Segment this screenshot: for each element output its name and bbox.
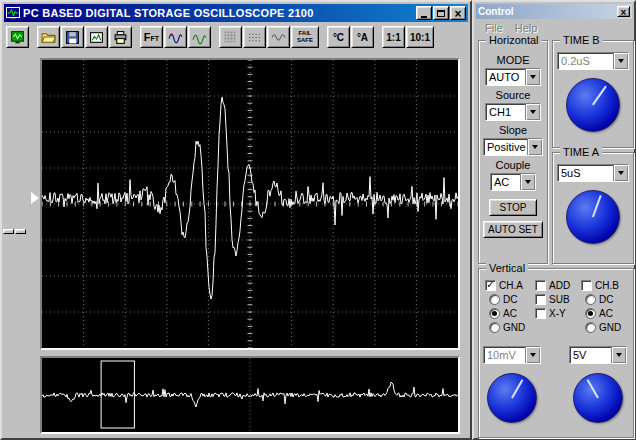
dropdown-arrow-icon[interactable] [611, 347, 626, 363]
probe-10x-button[interactable]: 10:1 [406, 26, 434, 48]
vertical-group-label: Vertical [486, 262, 528, 274]
scope-overview-display[interactable] [40, 356, 460, 434]
app-icon [6, 6, 20, 20]
control-window: Control File Help Horizontal MODE AUTO S… [472, 0, 636, 440]
cha-dc-radio[interactable] [489, 294, 500, 305]
auto-set-button[interactable]: AUTO SET [483, 221, 543, 238]
position-slider-a[interactable] [3, 229, 14, 234]
add-label: ADD [549, 280, 570, 291]
run-button[interactable] [6, 26, 29, 48]
chb-gnd-radio[interactable] [585, 322, 596, 333]
maximize-button[interactable] [433, 6, 449, 20]
printer-icon [113, 30, 128, 45]
control-close-button[interactable] [617, 6, 630, 17]
overview-trace [42, 358, 458, 432]
mode-label: MODE [497, 54, 530, 67]
fft-button[interactable]: FFT [140, 26, 163, 48]
main-trace [42, 60, 458, 348]
dotted-lines-icon [247, 30, 262, 45]
chb-volts-combobox[interactable]: 5V [569, 346, 627, 364]
cha-volts-knob[interactable] [487, 373, 537, 423]
fft-label: FFT [144, 32, 159, 42]
celsius-button[interactable]: °C [327, 26, 350, 48]
main-toolbar: FFT [6, 24, 468, 50]
mode-combobox[interactable]: AUTO [485, 68, 541, 86]
menu-file[interactable]: File [480, 22, 508, 34]
time-a-knob[interactable] [566, 190, 620, 244]
failsafe-button[interactable]: FAIL SAFE [291, 26, 319, 48]
time-b-combobox[interactable]: 0.2uS [557, 52, 629, 70]
stop-button[interactable]: STOP [489, 199, 537, 216]
mode-value: AUTO [486, 69, 525, 85]
arrow-down-icon [530, 353, 536, 357]
control-menubar: File Help [476, 20, 632, 35]
arrow-down-icon [618, 171, 624, 175]
sub-checkbox[interactable] [535, 294, 546, 305]
arrow-down-icon [530, 75, 536, 79]
add-checkbox[interactable] [535, 280, 546, 291]
cha-gnd-label: GND [503, 322, 525, 333]
scope-main-display[interactable] [40, 58, 460, 350]
trigger-marker-icon[interactable] [31, 192, 39, 204]
couple-value: AC [491, 174, 520, 190]
time-b-group: TIME B 0.2uS [552, 40, 634, 148]
chb-ac-radio[interactable] [585, 308, 596, 319]
chb-checkbox[interactable] [581, 280, 592, 291]
control-title: Control [478, 6, 617, 17]
single-capture-button[interactable] [164, 26, 187, 48]
position-slider-b[interactable] [15, 229, 26, 234]
floppy-icon [65, 30, 80, 45]
probe-1x-button[interactable]: 1:1 [382, 26, 405, 48]
dropdown-arrow-icon[interactable] [525, 104, 540, 120]
open-button[interactable] [37, 26, 60, 48]
probe-10x-label: 10:1 [410, 32, 430, 43]
cha-gnd-radio[interactable] [489, 322, 500, 333]
sub-label: SUB [549, 294, 570, 305]
run-icon [10, 30, 25, 45]
failsafe-label-2: SAFE [297, 37, 313, 44]
vertical-group: Vertical CH.A DC AC GND ADD SUB X-Y CH.B… [478, 268, 634, 438]
main-titlebar[interactable]: PC BASED DIGITAL STORAGE OSCILLOSCOPE 21… [4, 4, 468, 22]
dropdown-arrow-icon[interactable] [613, 53, 628, 69]
time-a-combobox[interactable]: 5uS [557, 164, 629, 182]
dropdown-arrow-icon[interactable] [525, 347, 540, 363]
control-titlebar[interactable]: Control [476, 4, 632, 19]
print-button[interactable] [109, 26, 132, 48]
time-b-knob[interactable] [566, 78, 620, 132]
oscilloscope-window: PC BASED DIGITAL STORAGE OSCILLOSCOPE 21… [0, 0, 472, 440]
slope-combobox[interactable]: Positive [483, 138, 543, 156]
dropdown-arrow-icon[interactable] [520, 174, 535, 190]
cha-ac-radio[interactable] [489, 308, 500, 319]
xy-label: X-Y [549, 308, 566, 319]
time-a-group: TIME A 5uS [552, 152, 634, 264]
window-title: PC BASED DIGITAL STORAGE OSCILLOSCOPE 21… [23, 7, 416, 19]
persistence-button[interactable] [267, 26, 290, 48]
filter-button[interactable] [188, 26, 211, 48]
couple-combobox[interactable]: AC [490, 173, 536, 191]
cha-volts-combobox[interactable]: 10mV [483, 346, 541, 364]
save-button[interactable] [61, 26, 84, 48]
dropdown-arrow-icon[interactable] [527, 139, 542, 155]
channel-a-options: CH.A DC AC GND [485, 278, 525, 334]
dropdown-arrow-icon[interactable] [613, 165, 628, 181]
copy-image-button[interactable] [85, 26, 108, 48]
xy-checkbox[interactable] [535, 308, 546, 319]
chb-dc-label: DC [599, 294, 613, 305]
ampere-button[interactable]: °A [351, 26, 374, 48]
minimize-button[interactable] [416, 6, 432, 20]
chb-dc-radio[interactable] [585, 294, 596, 305]
grid-icon [223, 30, 238, 45]
source-value: CH1 [486, 104, 525, 120]
time-b-group-label: TIME B [560, 34, 603, 46]
dropdown-arrow-icon[interactable] [525, 69, 540, 85]
arrow-down-icon [532, 145, 538, 149]
horizontal-group: Horizontal MODE AUTO Source CH1 Slope Po… [478, 40, 548, 264]
source-combobox[interactable]: CH1 [485, 103, 541, 121]
grid-toggle-button[interactable] [219, 26, 242, 48]
close-button[interactable] [450, 6, 466, 20]
chb-ac-label: AC [599, 308, 613, 319]
chb-volts-knob[interactable] [573, 373, 623, 423]
cha-checkbox[interactable] [485, 280, 496, 291]
menu-help[interactable]: Help [510, 22, 543, 34]
dotted-grid-button[interactable] [243, 26, 266, 48]
